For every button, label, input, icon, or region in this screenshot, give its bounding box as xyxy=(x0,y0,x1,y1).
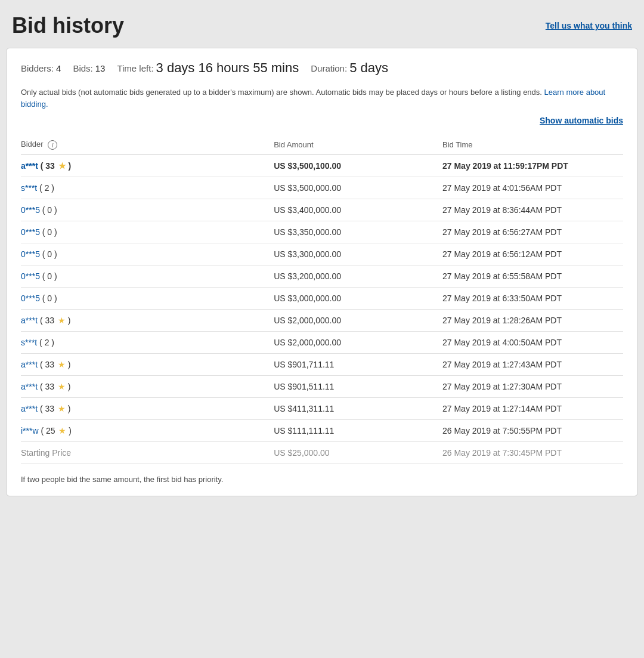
duration-value: 5 days xyxy=(349,60,388,76)
bidder-cell: a***t ( 33 ★ ) xyxy=(21,309,274,331)
star-icon: ★ xyxy=(58,426,66,435)
bidder-cell: 0***5 ( 0 ) xyxy=(21,199,274,221)
summary-bar: Bidders: 4 Bids: 13 Time left: 3 days 16… xyxy=(21,60,623,76)
star-icon: ★ xyxy=(58,360,66,369)
main-card: Bidders: 4 Bids: 13 Time left: 3 days 16… xyxy=(6,48,638,496)
table-header-row: Bidder i Bid Amount Bid Time xyxy=(21,136,623,155)
bidder-info-icon[interactable]: i xyxy=(48,140,57,150)
table-row: 0***5 ( 0 )US $3,000,000.0027 May 2019 a… xyxy=(21,287,623,309)
bidders-label: Bidders: xyxy=(21,63,54,73)
star-icon: ★ xyxy=(58,316,66,325)
bid-time: 27 May 2019 at 1:28:26AM PDT xyxy=(442,309,623,331)
table-row: a***t ( 33 ★ )US $3,500,100.0027 May 201… xyxy=(21,155,623,177)
table-row: 0***5 ( 0 )US $3,200,000.0027 May 2019 a… xyxy=(21,265,623,287)
bid-amount: US $2,000,000.00 xyxy=(274,331,442,353)
bidders-value: 4 xyxy=(56,63,61,73)
show-auto-bids-link[interactable]: Show automatic bids xyxy=(540,116,623,125)
bidder-link[interactable]: a***t xyxy=(21,404,38,413)
duration-label: Duration: xyxy=(311,63,347,73)
bid-table: Bidder i Bid Amount Bid Time a***t ( 33 … xyxy=(21,136,623,464)
bid-time: 26 May 2019 at 7:50:55PM PDT xyxy=(442,419,623,441)
bid-time: 27 May 2019 at 4:00:50AM PDT xyxy=(442,331,623,353)
bid-amount: US $2,000,000.00 xyxy=(274,309,442,331)
bidder-cell: 0***5 ( 0 ) xyxy=(21,265,274,287)
table-row: i***w ( 25 ★ )US $111,111.1126 May 2019 … xyxy=(21,419,623,441)
bid-amount: US $901,511.11 xyxy=(274,375,442,397)
feedback-link[interactable]: Tell us what you think xyxy=(546,21,632,30)
bid-amount: US $3,000,000.00 xyxy=(274,287,442,309)
bidder-link[interactable]: 0***5 xyxy=(21,249,40,259)
bidder-link[interactable]: a***t xyxy=(21,382,38,391)
footer-note: If two people bid the same amount, the f… xyxy=(21,475,623,484)
bid-time: 27 May 2019 at 4:01:56AM PDT xyxy=(442,177,623,199)
bid-amount: US $3,400,000.00 xyxy=(274,199,442,221)
bidder-cell: s***t ( 2 ) xyxy=(21,331,274,353)
page-header: Bid history Tell us what you think xyxy=(6,6,638,48)
bidder-link[interactable]: 0***5 xyxy=(21,271,40,281)
col-header-amount: Bid Amount xyxy=(274,136,442,155)
table-row: 0***5 ( 0 )US $3,350,000.0027 May 2019 a… xyxy=(21,221,623,243)
bid-time: 27 May 2019 at 1:27:14AM PDT xyxy=(442,397,623,419)
table-row: 0***5 ( 0 )US $3,400,000.0027 May 2019 a… xyxy=(21,199,623,221)
page-title: Bid history xyxy=(12,13,124,38)
bid-time: 27 May 2019 at 1:27:43AM PDT xyxy=(442,353,623,375)
bid-time: 27 May 2019 at 6:55:58AM PDT xyxy=(442,265,623,287)
bidder-link[interactable]: 0***5 xyxy=(21,294,40,303)
bid-time: 27 May 2019 at 6:33:50AM PDT xyxy=(442,287,623,309)
star-icon: ★ xyxy=(58,382,66,391)
bid-amount: US $411,311.11 xyxy=(274,397,442,419)
bidder-cell: 0***5 ( 0 ) xyxy=(21,221,274,243)
bid-time: 27 May 2019 at 6:56:27AM PDT xyxy=(442,221,623,243)
table-row: a***t ( 33 ★ )US $2,000,000.0027 May 201… xyxy=(21,309,623,331)
notice-text: Only actual bids (not automatic bids gen… xyxy=(21,87,623,110)
star-icon: ★ xyxy=(58,161,66,171)
bidder-cell: a***t ( 33 ★ ) xyxy=(21,353,274,375)
bidder-cell: s***t ( 2 ) xyxy=(21,177,274,199)
bid-amount: US $3,500,100.00 xyxy=(274,155,442,177)
bid-time: 27 May 2019 at 1:27:30AM PDT xyxy=(442,375,623,397)
col-header-time: Bid Time xyxy=(442,136,623,155)
time-left-label: Time left: xyxy=(117,63,153,73)
starting-price-time: 26 May 2019 at 7:30:45PM PDT xyxy=(442,441,623,464)
bid-amount: US $111,111.11 xyxy=(274,419,442,441)
bid-amount: US $3,350,000.00 xyxy=(274,221,442,243)
bidder-link[interactable]: a***t xyxy=(21,316,38,325)
starting-price-label: Starting Price xyxy=(21,441,274,464)
bidder-link[interactable]: a***t xyxy=(21,360,38,369)
starting-price-amount: US $25,000.00 xyxy=(274,441,442,464)
table-row: s***t ( 2 )US $3,500,000.0027 May 2019 a… xyxy=(21,177,623,199)
table-row: 0***5 ( 0 )US $3,300,000.0027 May 2019 a… xyxy=(21,243,623,265)
bid-amount: US $3,300,000.00 xyxy=(274,243,442,265)
bidder-cell: 0***5 ( 0 ) xyxy=(21,287,274,309)
bidder-link[interactable]: s***t xyxy=(21,338,37,347)
time-left-value: 3 days 16 hours 55 mins xyxy=(156,60,299,76)
col-header-bidder: Bidder i xyxy=(21,136,274,155)
bid-amount: US $3,200,000.00 xyxy=(274,265,442,287)
bidder-link[interactable]: 0***5 xyxy=(21,205,40,215)
bid-time: 27 May 2019 at 8:36:44AM PDT xyxy=(442,199,623,221)
bids-value: 13 xyxy=(95,63,106,73)
table-row: a***t ( 33 ★ )US $901,711.1127 May 2019 … xyxy=(21,353,623,375)
bidder-link[interactable]: a***t xyxy=(21,161,38,171)
bid-amount: US $901,711.11 xyxy=(274,353,442,375)
bid-time: 27 May 2019 at 11:59:17PM PDT xyxy=(442,155,623,177)
table-row: s***t ( 2 )US $2,000,000.0027 May 2019 a… xyxy=(21,331,623,353)
bids-label: Bids: xyxy=(73,63,92,73)
bidder-cell: 0***5 ( 0 ) xyxy=(21,243,274,265)
show-auto-bids-container: Show automatic bids xyxy=(21,116,623,125)
bidder-cell: a***t ( 33 ★ ) xyxy=(21,375,274,397)
star-icon: ★ xyxy=(58,404,66,413)
bidder-link[interactable]: i***w xyxy=(21,426,39,435)
table-row: a***t ( 33 ★ )US $901,511.1127 May 2019 … xyxy=(21,375,623,397)
bidder-link[interactable]: 0***5 xyxy=(21,227,40,237)
bidder-cell: i***w ( 25 ★ ) xyxy=(21,419,274,441)
starting-price-row: Starting PriceUS $25,000.0026 May 2019 a… xyxy=(21,441,623,464)
table-row: a***t ( 33 ★ )US $411,311.1127 May 2019 … xyxy=(21,397,623,419)
bidder-link[interactable]: s***t xyxy=(21,183,37,193)
bidder-cell: a***t ( 33 ★ ) xyxy=(21,155,274,177)
bid-amount: US $3,500,000.00 xyxy=(274,177,442,199)
bidder-cell: a***t ( 33 ★ ) xyxy=(21,397,274,419)
bid-time: 27 May 2019 at 6:56:12AM PDT xyxy=(442,243,623,265)
